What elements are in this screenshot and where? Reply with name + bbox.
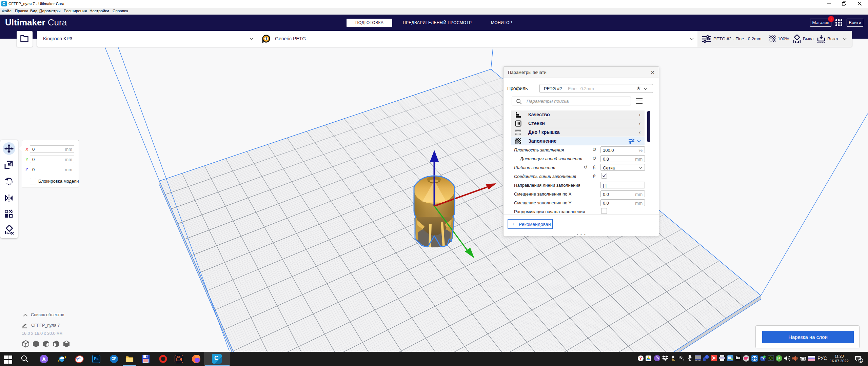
svg-text:!: ! (707, 355, 708, 359)
svg-text:1: 1 (860, 359, 862, 362)
svg-text:1: 1 (265, 37, 268, 41)
svg-text:E: E (147, 355, 149, 359)
